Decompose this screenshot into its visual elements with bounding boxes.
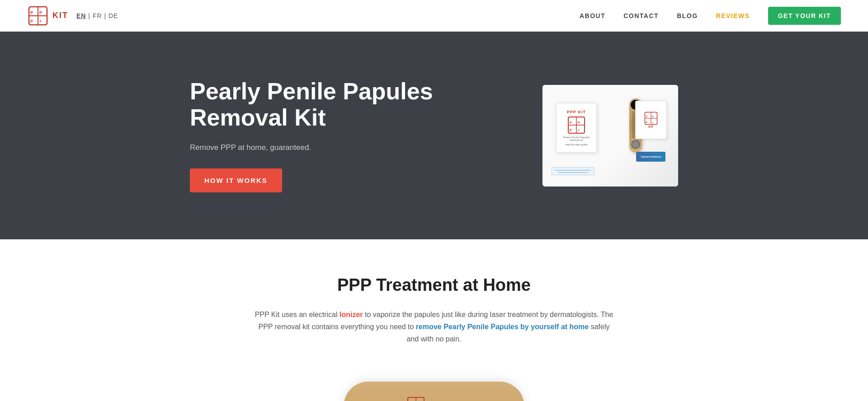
nav-reviews[interactable]: REVIEWS <box>716 12 750 19</box>
info-section: PPP Treatment at Home PPP Kit uses an el… <box>0 239 868 373</box>
nav-about[interactable]: ABOUT <box>580 12 605 19</box>
nav-blog[interactable]: BLOG <box>677 12 698 19</box>
svg-text:P: P <box>646 115 648 117</box>
language-switcher: EN | FR | DE <box>76 12 118 19</box>
logo[interactable]: P P P + KIT <box>27 5 68 27</box>
svg-text:P: P <box>570 129 572 132</box>
how-it-works-button[interactable]: HOW IT WORKS <box>190 168 282 192</box>
svg-text:P: P <box>578 121 580 124</box>
hero-content: Pearly Penile Papules Removal Kit Remove… <box>190 79 506 192</box>
kit-main-box: PPP KIT P P P + Pearly Penile Papules re… <box>556 103 597 153</box>
header-left: P P P + KIT EN | FR | DE <box>27 5 118 27</box>
device-image: P P P + KIT <box>344 382 524 401</box>
remove-ppp-link[interactable]: remove Pearly Penile Papules by yourself… <box>416 323 589 331</box>
svg-text:P: P <box>646 121 648 123</box>
kit-papers <box>552 167 594 175</box>
device-logo-svg: P P P + KIT <box>407 395 461 401</box>
svg-text:+: + <box>652 121 653 123</box>
device-section: P P P + KIT <box>0 373 868 401</box>
logo-text: KIT <box>52 11 68 20</box>
lang-de[interactable]: DE <box>108 12 118 19</box>
kit-cream-box: Topical Anesthesia <box>636 152 665 162</box>
site-header: P P P + KIT EN | FR | DE ABOUT CONTACT B… <box>0 0 868 32</box>
nav-contact[interactable]: CONTACT <box>623 12 659 19</box>
hero-image-box: PPP KIT P P P + Pearly Penile Papules re… <box>542 85 678 187</box>
lang-sep1: | <box>88 12 93 19</box>
main-nav: ABOUT CONTACT BLOG REVIEWS GET YOUR KIT <box>580 7 841 25</box>
info-title: PPP Treatment at Home <box>54 275 814 295</box>
svg-text:P: P <box>652 115 654 117</box>
kit-product-image: PPP KIT P P P + Pearly Penile Papules re… <box>542 85 678 187</box>
svg-text:P: P <box>30 10 33 15</box>
lang-sep2: | <box>104 12 108 19</box>
hero-image-container: PPP KIT P P P + Pearly Penile Papules re… <box>542 85 678 187</box>
svg-text:P: P <box>570 121 572 124</box>
lang-fr[interactable]: FR <box>93 12 102 19</box>
svg-text:P: P <box>39 10 42 15</box>
lang-en[interactable]: EN <box>76 12 86 19</box>
hero-subtitle: Remove PPP at home, guaranteed. <box>190 143 506 152</box>
hero-section: Pearly Penile Papules Removal Kit Remove… <box>0 32 868 239</box>
logo-icon: P P P + <box>27 5 49 27</box>
info-body: PPP Kit uses an electrical Ionizer to va… <box>253 308 615 345</box>
ionizer-highlight[interactable]: Ionizer <box>340 311 363 318</box>
kit-small-box: P P P + KIT <box>635 101 667 139</box>
svg-text:P: P <box>30 19 33 23</box>
svg-text:+: + <box>39 19 42 23</box>
get-kit-button[interactable]: GET YOUR KIT <box>768 7 841 25</box>
hero-title: Pearly Penile Papules Removal Kit <box>190 79 506 130</box>
info-body-before: PPP Kit uses an electrical <box>255 311 340 318</box>
svg-text:+: + <box>578 129 580 132</box>
